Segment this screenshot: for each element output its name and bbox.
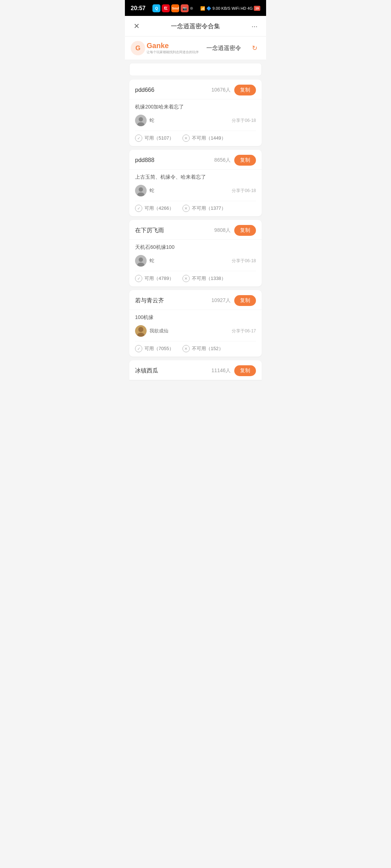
dot-indicator	[190, 7, 193, 10]
ganke-slogan: 让每个玩家都能找到志同道合的玩伴	[147, 50, 199, 55]
card-1-copy-button[interactable]: 复制	[234, 155, 256, 166]
check-icon: ✓	[135, 345, 142, 352]
card-4-code: 冰镇西瓜	[135, 367, 158, 375]
redpacket-icon: 红	[162, 4, 170, 12]
ganke-name: Ganke	[147, 42, 199, 50]
card-0-header: pdd666 10676人 复制	[129, 80, 262, 99]
card-0-username: 蛇	[150, 117, 154, 124]
ganke-logo: G Ganke 让每个玩家都能找到志同道合的玩伴	[131, 41, 199, 55]
ganke-page-title: 一念逍遥密令	[199, 44, 249, 52]
more-button[interactable]: ···	[249, 20, 260, 32]
close-button[interactable]: ✕	[131, 20, 142, 32]
card-2-available: ✓ 可用（4789）	[135, 275, 174, 282]
ganke-logo-icon: G	[131, 41, 145, 55]
card-3-date: 分享于06-17	[232, 328, 256, 334]
card-2-count: 9808人	[214, 227, 231, 234]
hd-icon: HD	[240, 6, 246, 10]
card-1-body: 上古玉简、机缘令、哈来着忘了 蛇 分享于06-18 ✓ 可用（4266） ✕ 不…	[129, 170, 262, 216]
card-2-desc: 天机石60机缘100	[135, 244, 256, 251]
card-3-available-text: 可用（7055）	[144, 345, 174, 352]
card-0-desc: 机缘200加哈来着忘了	[135, 104, 256, 110]
card-3-stats: ✓ 可用（7055） ✕ 不可用（152）	[135, 341, 256, 352]
card-3-unavailable-text: 不可用（152）	[192, 345, 223, 352]
app-icons: Q 红 Soul 📷	[152, 4, 193, 12]
soul-icon: Soul	[171, 4, 179, 12]
card-3-username: 我欲成仙	[150, 328, 168, 334]
card-0-user: 蛇 分享于06-18	[135, 115, 256, 126]
x-icon: ✕	[182, 135, 190, 142]
card-4-copy-button[interactable]: 复制	[234, 365, 256, 376]
card-2-header: 在下厉飞雨 9808人 复制	[129, 220, 262, 240]
card-3-available: ✓ 可用（7055）	[135, 345, 174, 352]
wifi-icon: WiFi	[231, 6, 239, 10]
svg-point-12	[138, 327, 143, 332]
qq-icon: Q	[152, 4, 160, 12]
network-text: 9.00 KB/S	[213, 6, 231, 10]
card-2-unavailable-text: 不可用（1338）	[192, 275, 226, 282]
search-bar[interactable]	[129, 63, 262, 76]
card-2-unavailable: ✕ 不可用（1338）	[182, 275, 226, 282]
card-1-avatar	[135, 185, 147, 196]
card-0-stats: ✓ 可用（5107） ✕ 不可用（1449）	[135, 131, 256, 142]
card-1-unavailable: ✕ 不可用（1377）	[182, 205, 226, 212]
content-area: pdd666 10676人 复制 机缘200加哈来着忘了 蛇 分享于06-18 …	[125, 60, 266, 383]
check-icon: ✓	[135, 135, 142, 142]
sys-icons: 📶 🔷 9.00 KB/S WiFi HD 4G 19	[200, 6, 260, 11]
card-2-available-text: 可用（4789）	[144, 275, 174, 282]
refresh-button[interactable]: ↻	[249, 42, 260, 54]
svg-point-3	[139, 117, 143, 122]
card-2-date: 分享于06-18	[232, 258, 256, 264]
signal-icon: 4G	[247, 6, 253, 10]
card-1-stats: ✓ 可用（4266） ✕ 不可用（1377）	[135, 201, 256, 212]
status-time: 20:57	[131, 5, 146, 12]
nav-title: 一念逍遥密令合集	[171, 22, 220, 30]
image-icon: 📷	[181, 4, 189, 12]
check-icon: ✓	[135, 205, 142, 212]
card-3-count: 10927人	[211, 297, 231, 304]
card-2-username: 蛇	[150, 258, 154, 264]
card-0: pdd666 10676人 复制 机缘200加哈来着忘了 蛇 分享于06-18 …	[129, 80, 262, 146]
card-3-code: 若与青云齐	[135, 297, 164, 305]
card-2-user: 蛇 分享于06-18	[135, 255, 256, 267]
card-3: 若与青云齐 10927人 复制 100机缘 我欲成仙 分享于06-17 ✓	[129, 290, 262, 357]
card-1-unavailable-text: 不可用（1377）	[192, 205, 226, 212]
x-icon: ✕	[182, 275, 190, 282]
card-1-available: ✓ 可用（4266）	[135, 205, 174, 212]
card-0-available-text: 可用（5107）	[144, 135, 174, 141]
card-2-copy-button[interactable]: 复制	[234, 225, 256, 236]
svg-point-9	[139, 258, 143, 262]
card-0-unavailable: ✕ 不可用（1449）	[182, 135, 226, 142]
ganke-header: G Ganke 让每个玩家都能找到志同道合的玩伴 一念逍遥密令 ↻	[125, 37, 266, 60]
card-0-copy-button[interactable]: 复制	[234, 85, 256, 95]
card-1-date: 分享于06-18	[232, 188, 256, 194]
card-1-desc: 上古玉简、机缘令、哈来着忘了	[135, 174, 256, 180]
card-4-partial: 冰镇西瓜 11146人 复制	[129, 360, 262, 380]
status-bar: 20:57 Q 红 Soul 📷 📶 🔷 9.00 KB/S WiFi HD 4…	[125, 0, 266, 16]
card-0-date: 分享于06-18	[232, 118, 256, 124]
card-4-count: 11146人	[211, 367, 231, 374]
card-2-avatar	[135, 255, 147, 267]
card-3-copy-button[interactable]: 复制	[234, 295, 256, 306]
card-0-available: ✓ 可用（5107）	[135, 135, 174, 142]
battery: 19	[254, 6, 260, 11]
card-3-user: 我欲成仙 分享于06-17	[135, 325, 256, 337]
x-icon: ✕	[182, 345, 190, 352]
card-0-unavailable-text: 不可用（1449）	[192, 135, 226, 141]
nav-bar: ✕ 一念逍遥密令合集 ···	[125, 16, 266, 37]
card-0-avatar	[135, 115, 147, 126]
check-icon: ✓	[135, 275, 142, 282]
card-0-body: 机缘200加哈来着忘了 蛇 分享于06-18 ✓ 可用（5107） ✕ 不可用（…	[129, 99, 262, 146]
card-1-available-text: 可用（4266）	[144, 205, 174, 212]
card-3-desc: 100机缘	[135, 314, 256, 321]
card-1-header: pdd888 8656人 复制	[129, 150, 262, 170]
card-1-username: 蛇	[150, 187, 154, 194]
card-0-code: pdd666	[135, 87, 154, 93]
card-2-code: 在下厉飞雨	[135, 227, 164, 234]
svg-text:G: G	[135, 44, 140, 52]
card-3-avatar	[135, 325, 147, 337]
x-icon: ✕	[182, 205, 190, 212]
svg-point-6	[139, 187, 143, 192]
card-1-code: pdd888	[135, 157, 154, 163]
card-1: pdd888 8656人 复制 上古玉简、机缘令、哈来着忘了 蛇 分享于06-1…	[129, 150, 262, 216]
network-speed: 📶	[200, 6, 205, 11]
